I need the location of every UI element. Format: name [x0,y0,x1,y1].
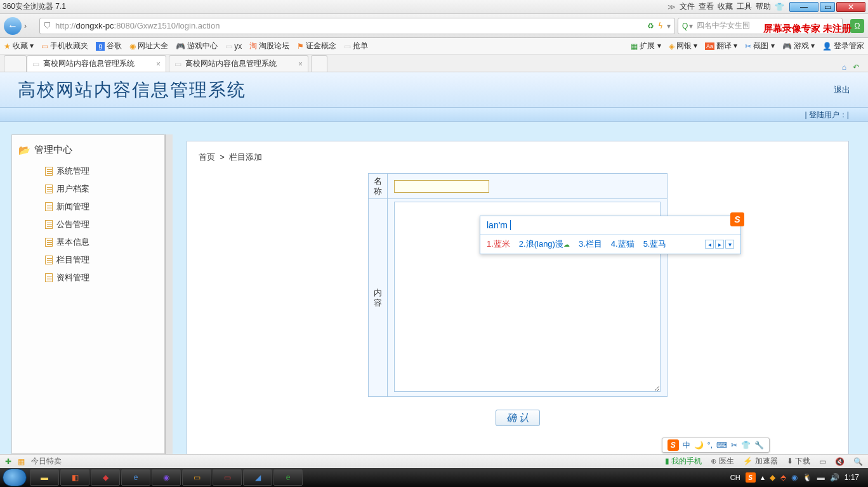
ime-tray-skin[interactable]: ✂ [731,441,737,450]
task-ie[interactable]: e [121,469,150,486]
tab-blank[interactable] [4,55,27,72]
menu-tools[interactable]: 工具 [737,1,752,12]
apps-icon[interactable]: ▦ [18,457,25,466]
ime-next[interactable]: ▸ [715,240,724,249]
ime-cand-4[interactable]: 4.蓝猫 [611,238,635,250]
plus-icon[interactable]: ✚ [5,457,11,466]
bm-trans[interactable]: Aа翻译 ▾ [705,41,737,51]
breadcrumb-home[interactable]: 首页 [199,152,215,162]
stat-doctor[interactable]: ⊕ 医生 [711,456,734,467]
sidebar-item-basic[interactable]: 基本信息 [45,233,158,251]
task-app5[interactable]: ▭ [213,469,242,486]
tray-lang[interactable]: CH [730,474,740,481]
sidebar-scrollbar[interactable] [165,134,173,454]
tray-icon-5[interactable]: ▬ [817,473,825,482]
ime-tray-clothes[interactable]: 👕 [741,441,751,450]
recycle-icon[interactable]: ♻ [647,22,654,30]
ime-tray-moon[interactable]: 🌙 [694,441,704,450]
menu-view[interactable]: 查看 [699,1,714,12]
ime-tray-soft[interactable]: ⌨ [716,441,727,450]
bm-shot[interactable]: ✂截图 ▾ [745,41,774,51]
menu-help[interactable]: 帮助 [756,1,771,12]
tab-2-close[interactable]: × [298,60,303,68]
ime-tray-tool[interactable]: 🔧 [754,441,764,450]
stat-zoom[interactable]: 🔍 [853,457,863,466]
stat-accel[interactable]: ⚡ 加速器 [743,456,777,467]
today-sale[interactable]: 今日特卖 [31,456,62,467]
tab-1[interactable]: ▭ 高校网站内容信息管理系统 × [27,55,166,72]
task-app7[interactable]: e [273,469,303,486]
undo-icon[interactable]: ↶ [853,63,859,72]
bm-mobile[interactable]: ▭手机收藏夹 [41,41,88,51]
sidebar-item-material[interactable]: 资料管理 [45,269,158,287]
tray-up-icon[interactable]: ▴ [761,473,765,482]
name-input[interactable] [394,180,489,193]
bm-yx[interactable]: ▭yx [225,42,242,51]
ime-cand-1[interactable]: 1.蓝米 [487,238,510,250]
window-close[interactable]: ✕ [836,2,865,12]
sidebar-item-news[interactable]: 新闻管理 [45,198,158,216]
tray-sound-icon[interactable]: 🔊 [830,473,839,482]
task-app2[interactable]: ◆ [91,469,120,486]
window-minimize[interactable]: — [789,2,819,12]
home-icon[interactable]: ⌂ [842,63,846,72]
tray-icon-2[interactable]: ⬘ [780,473,786,482]
file-icon [45,273,53,282]
stat-pip[interactable]: ▭ [819,457,826,466]
stat-download[interactable]: ⬇ 下载 [787,456,810,467]
bm-qiang[interactable]: ▭抢单 [344,41,368,51]
stat-mute[interactable]: 🔇 [835,457,845,466]
user-avatar[interactable]: Ω [850,19,864,33]
url-input[interactable]: ⛉ http://dongxk-pc:8080/Gxwz1510/login.a… [39,18,675,34]
skin-icon[interactable]: 👕 [775,3,784,11]
ime-tray[interactable]: S 中 🌙 °, ⌨ ✂ 👕 🔧 [662,438,770,453]
ime-tray-punct[interactable]: °, [707,441,713,450]
forward-button[interactable]: › [24,22,37,30]
lightning-icon[interactable]: ϟ [658,22,663,30]
bm-games[interactable]: 🎮游戏中心 [176,41,218,51]
bm-bank[interactable]: ◈网银 ▾ [669,41,697,51]
task-app6[interactable]: ◢ [243,469,272,486]
dropdown-icon[interactable]: ▾ [667,22,671,30]
clock[interactable]: 1:17 [845,473,859,482]
search-engine-icon[interactable]: Q [682,22,688,30]
sidebar-item-user[interactable]: 用户档案 [45,180,158,198]
window-maximize[interactable]: ▭ [820,2,835,12]
ime-cand-3[interactable]: 3.栏目 [579,238,602,250]
ime-cand-5[interactable]: 5.蓝马 [643,238,667,250]
bm-login[interactable]: 👤登录管家 [822,41,864,51]
task-app1[interactable]: ◧ [60,469,89,486]
tab-2[interactable]: ▭ 高校网站内容信息管理系统 × [169,55,308,72]
tray-sogou-icon[interactable]: S [746,472,756,483]
task-app4[interactable]: ▭ [182,469,211,486]
sidebar-item-system[interactable]: 系统管理 [45,162,158,180]
back-button[interactable]: ← [4,17,22,35]
sidebar-item-notice[interactable]: 公告管理 [45,216,158,233]
bm-ext[interactable]: ▦扩展 ▾ [631,41,661,51]
ime-cand-2[interactable]: 2.浪(lang)漫☁ [519,238,570,250]
tray-icon-1[interactable]: ◆ [770,473,775,482]
bm-taogu[interactable]: 淘淘股论坛 [249,41,289,51]
ime-menu[interactable]: ▾ [725,240,734,249]
start-button[interactable] [3,469,27,486]
tab-1-close[interactable]: × [156,60,161,68]
bm-game2[interactable]: 🎮游戏 ▾ [782,41,815,51]
tray-icon-3[interactable]: ◉ [791,473,798,482]
tab-new[interactable] [311,55,327,72]
menu-file[interactable]: 文件 [680,1,695,12]
bm-zhengj[interactable]: ⚑证金概念 [297,41,336,51]
bm-google[interactable]: g谷歌 [96,41,122,51]
ime-prev[interactable]: ◂ [705,240,714,249]
menu-fav[interactable]: 收藏 [718,1,733,12]
tray-icon-4[interactable]: 🐧 [803,473,812,482]
stat-phone[interactable]: ▮ 我的手机 [665,456,702,467]
more-icon[interactable]: ≫ [667,3,676,11]
sidebar-item-column[interactable]: 栏目管理 [45,251,158,269]
ime-tray-lang[interactable]: 中 [683,440,690,451]
bm-fav[interactable]: ★收藏 ▾ [4,41,34,51]
confirm-button[interactable]: 确 认 [496,410,540,426]
bm-sites[interactable]: ◉网址大全 [129,41,168,51]
task-app3[interactable]: ◉ [152,469,181,486]
task-explorer[interactable]: ▬ [30,469,59,486]
logout-link[interactable]: 退出 [834,84,850,96]
